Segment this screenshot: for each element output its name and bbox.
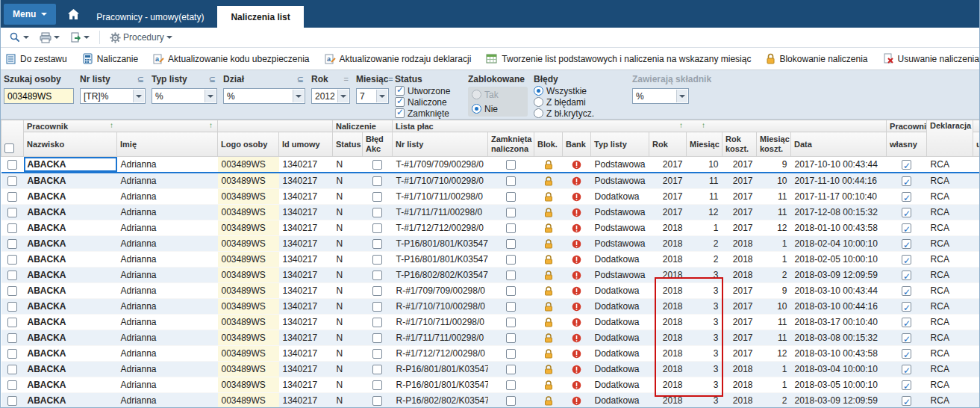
table-row[interactable]: ABACKA Adrianna 003489WS 1340217 N T-#1/… <box>1 173 980 189</box>
search-menu-button[interactable] <box>5 30 33 45</box>
wlasny-checkbox[interactable] <box>902 208 911 217</box>
sort-asc-icon[interactable]: ↑ <box>110 121 113 129</box>
col-header-imie[interactable]: Imię <box>117 132 218 157</box>
zablokowane-nie-radio[interactable]: Nie <box>472 103 524 114</box>
home-icon[interactable] <box>63 4 83 25</box>
wlasny-checkbox[interactable] <box>902 302 911 312</box>
zamknieta-checkbox[interactable] <box>506 255 516 265</box>
status-naliczone-checkbox[interactable]: Naliczone <box>395 96 456 108</box>
table-row[interactable]: ABACKA Adrianna 003489WS 1340217 N R-#1/… <box>1 346 980 362</box>
header-group-lista-plac[interactable]: Lista płac ↑ ↑ <box>393 120 887 132</box>
status-zamkniete-checkbox[interactable]: Zamknięte <box>395 108 456 119</box>
aktualizowanie-kodu-ubezpieczenia-button[interactable]: a Aktualizowanie kodu ubezpieczenia <box>153 53 309 64</box>
row-checkbox[interactable] <box>7 255 17 265</box>
row-checkbox[interactable] <box>7 208 17 217</box>
zamknieta-checkbox[interactable] <box>506 349 516 359</box>
tab-naliczenia-list[interactable]: Naliczenia list <box>217 6 303 28</box>
row-checkbox[interactable] <box>7 160 17 170</box>
bled-akc-checkbox[interactable] <box>372 255 382 265</box>
bledy-krytyczne-radio[interactable]: Z bł.krytycz. <box>534 108 607 119</box>
col-header-status[interactable]: Status <box>333 132 363 157</box>
row-checkbox[interactable] <box>7 318 17 327</box>
zamknieta-checkbox[interactable] <box>506 380 516 390</box>
zawieraja-skladnik-select[interactable]: % <box>632 88 689 104</box>
table-row[interactable]: ABACKA Adrianna 003489WS 1340217 N T-#1/… <box>1 205 980 220</box>
col-header-rok-koszt[interactable]: Rokkoszt. <box>722 132 757 157</box>
wlasny-checkbox[interactable] <box>902 160 911 170</box>
col-header-miesiac-koszt[interactable]: Miesiąckoszt. <box>757 132 791 157</box>
bled-akc-checkbox[interactable] <box>372 380 382 390</box>
row-checkbox[interactable] <box>7 271 17 280</box>
col-header-nr-listy[interactable]: Nr listy <box>393 132 488 157</box>
zamknieta-checkbox[interactable] <box>506 302 516 312</box>
bled-akc-checkbox[interactable] <box>372 223 382 233</box>
col-header-deklaracja[interactable]: Deklaracja <box>927 120 973 157</box>
table-row[interactable]: ABACKA Adrianna 003489WS 1340217 N R-P16… <box>1 362 980 377</box>
wlasny-checkbox[interactable] <box>902 318 911 327</box>
zamknieta-checkbox[interactable] <box>506 239 516 249</box>
usuwanie-naliczenia-button[interactable]: Usuwanie naliczenia <box>883 53 979 64</box>
zamknieta-checkbox[interactable] <box>506 208 516 217</box>
bled-akc-checkbox[interactable] <box>372 286 382 296</box>
table-row[interactable]: ABACKA Adrianna 003489WS 1340217 N R-#1/… <box>1 283 980 299</box>
zamknieta-checkbox[interactable] <box>506 223 516 233</box>
header-group-pracownik[interactable]: Pracownik ↑ ↑ <box>24 120 218 132</box>
szukaj-osoby-input[interactable] <box>4 88 74 104</box>
wlasny-checkbox[interactable] <box>902 239 911 249</box>
col-header-rok[interactable]: Rok <box>649 132 687 157</box>
wlasny-checkbox[interactable] <box>902 192 911 202</box>
bled-akc-checkbox[interactable] <box>372 239 382 249</box>
rok-select[interactable]: 2012 <box>311 88 350 104</box>
wlasny-checkbox[interactable] <box>902 380 911 390</box>
bled-akc-checkbox[interactable] <box>372 333 382 343</box>
row-checkbox[interactable] <box>7 176 17 186</box>
bled-akc-checkbox[interactable] <box>372 160 382 170</box>
menu-button[interactable]: Menu <box>4 4 56 25</box>
zamknieta-checkbox[interactable] <box>506 318 516 327</box>
table-row[interactable]: ABACKA Adrianna 003489WS 1340217 N R-P16… <box>1 393 980 408</box>
col-header-nazwisko[interactable]: Nazwisko <box>24 132 117 157</box>
wlasny-checkbox[interactable] <box>902 286 911 296</box>
zamknieta-checkbox[interactable] <box>506 396 516 406</box>
col-header-blok[interactable]: Blok. <box>534 132 563 157</box>
bledy-wszystkie-radio[interactable]: Wszystkie <box>534 85 607 96</box>
table-row[interactable]: ABACKA Adrianna 003489WS 1340217 N T-P16… <box>1 252 980 268</box>
col-header-bled-akc[interactable]: BłędAkc <box>363 132 393 157</box>
table-row[interactable]: ABACKA Adrianna 003489WS 1340217 N T-#1/… <box>1 189 980 205</box>
row-checkbox[interactable] <box>7 286 17 296</box>
do-zestawu-button[interactable]: Do zestawu <box>5 53 67 64</box>
wlasny-checkbox[interactable] <box>902 365 911 374</box>
table-row[interactable]: ABACKA Adrianna 003489WS 1340217 N T-#1/… <box>1 220 980 236</box>
zamknieta-checkbox[interactable] <box>506 160 516 170</box>
bled-akc-checkbox[interactable] <box>372 176 382 186</box>
sort-asc-icon[interactable]: ↑ <box>702 121 705 129</box>
tab-pracownicy-umowy[interactable]: Pracownicy - umowy(etaty) <box>83 6 217 28</box>
row-checkbox[interactable] <box>7 333 17 343</box>
wlasny-checkbox[interactable] <box>902 349 911 359</box>
wlasny-checkbox[interactable] <box>902 176 911 186</box>
row-checkbox[interactable] <box>7 396 17 406</box>
zamknieta-checkbox[interactable] <box>506 176 516 186</box>
table-row[interactable]: ABACKA Adrianna 003489WS 1340217 N T-#1/… <box>1 157 980 173</box>
procedury-button[interactable]: Procedury <box>106 31 176 45</box>
typ-listy-select[interactable]: % <box>152 88 217 104</box>
wlasny-checkbox[interactable] <box>902 223 911 233</box>
header-group-pracownik-wlasny[interactable]: Pracownik <box>887 120 927 132</box>
aktualizowanie-rodzaju-deklaracji-button[interactable]: a Aktualizowanie rodzaju deklaracji <box>325 53 472 64</box>
header-group-naliczenie[interactable]: Naliczenie <box>333 120 393 132</box>
miesiac-select[interactable]: 7 <box>356 88 389 104</box>
table-row[interactable]: ABACKA Adrianna 003489WS 1340217 N R-#1/… <box>1 299 980 315</box>
sort-asc-icon[interactable]: ↑ <box>209 121 213 129</box>
bled-akc-checkbox[interactable] <box>372 208 382 217</box>
export-menu-button[interactable] <box>66 31 93 45</box>
table-row[interactable]: ABACKA Adrianna 003489WS 1340217 N T-P16… <box>1 268 980 283</box>
col-header-miesiac[interactable]: Miesiąc <box>687 132 722 157</box>
bledy-z-bledami-radio[interactable]: Z błędami <box>534 96 607 108</box>
col-header-id-umowy[interactable]: Id umowy <box>279 132 333 157</box>
status-utworzone-checkbox[interactable]: Utworzone <box>395 85 456 96</box>
dzial-select[interactable]: % <box>223 88 305 104</box>
col-header-typ-listy[interactable]: Typ listy <box>591 132 649 157</box>
bled-akc-checkbox[interactable] <box>372 192 382 202</box>
row-checkbox[interactable] <box>7 302 17 312</box>
row-checkbox[interactable] <box>7 365 17 374</box>
